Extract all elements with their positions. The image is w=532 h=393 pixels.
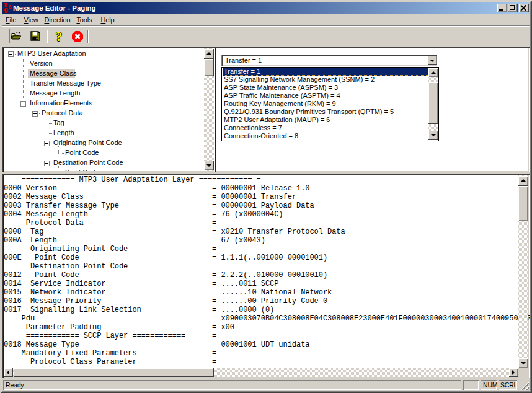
svg-text:?: ? (56, 30, 63, 43)
